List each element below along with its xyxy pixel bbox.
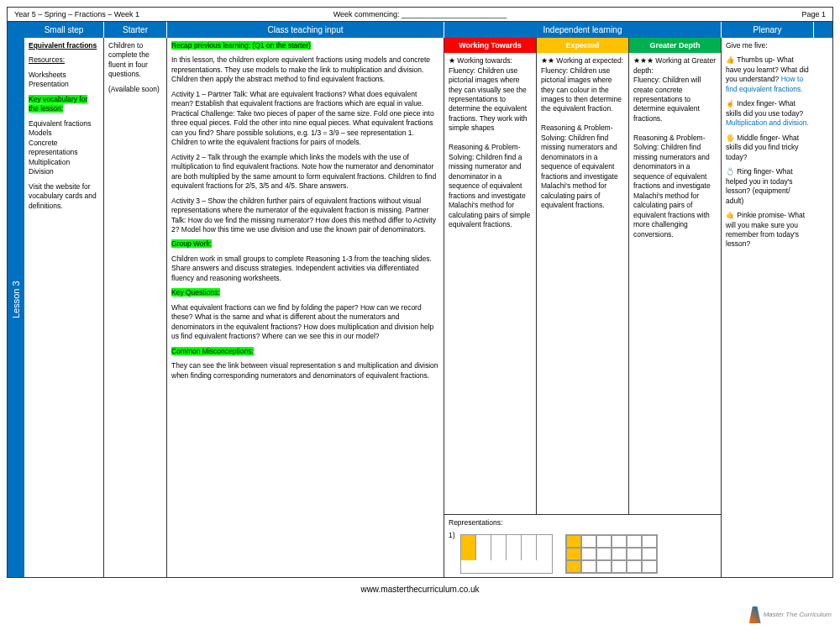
header-input: Class teaching input xyxy=(167,22,444,38)
representations-box: Representations: 1) xyxy=(444,514,721,577)
wt-text: ★ Working towards: Fluency: Children use… xyxy=(449,56,532,229)
plenary-cell: Give me five: 👍 Thumbs up- What have you… xyxy=(722,38,814,577)
plenary-index: ☝ Index finger- What skills did you use … xyxy=(726,99,803,117)
starter-cell: Children to complete the fluent in four … xyxy=(104,38,167,577)
week-commencing: Week commencing: _______________________… xyxy=(285,10,555,18)
header-independent: Independent learning xyxy=(444,22,722,38)
activity-1: Activity 1 – Partner Talk: What are equi… xyxy=(171,90,439,148)
bar-ninths xyxy=(565,534,658,574)
expected-col: Expected ★★ Working at expected: Fluency… xyxy=(537,38,629,514)
exp-header: Expected xyxy=(537,38,628,53)
activity-2: Activity 2 – Talk through the example wh… xyxy=(171,153,439,192)
differentiation-row: Working Towards ★ Working towards: Fluen… xyxy=(444,38,721,514)
plenary-middle: 🖐 Middle finger- What skills did you fin… xyxy=(726,134,810,162)
plenary-intro: Give me five: xyxy=(726,41,810,50)
footer-url: www.masterthecurriculum.co.uk xyxy=(0,585,840,594)
representations-label: Representations: xyxy=(449,518,717,528)
exp-text: ★★ Working at expected: Fluency: Childre… xyxy=(541,56,624,211)
activity-3: Activity 3 – Show the children further p… xyxy=(171,197,439,235)
course-info: Year 5 – Spring – Fractions – Week 1 xyxy=(14,10,285,18)
vocab-note: Visit the website for vocabulary cards a… xyxy=(29,182,99,211)
greater-depth-col: Greater Depth ★★★ Working at Greater dep… xyxy=(629,38,721,514)
step-title: Equivalent fractions xyxy=(29,41,99,50)
main-content: Lesson 3 Small step Starter Class teachi… xyxy=(8,22,832,577)
header-starter: Starter xyxy=(104,22,167,38)
content-row: Equivalent fractions Resources: Workshee… xyxy=(24,38,832,577)
group-work-text: Children work in small groups to complet… xyxy=(171,255,439,283)
working-towards-col: Working Towards ★ Working towards: Fluen… xyxy=(444,38,537,514)
misconceptions-label: Common Misconceptions: xyxy=(171,347,254,355)
logo-text: Master The Curriculum xyxy=(764,611,832,618)
starter-note: (Available soon) xyxy=(108,85,162,94)
misconceptions-text: They can see the link between visual rep… xyxy=(171,361,439,381)
resources-list: Worksheets Presentation xyxy=(29,71,99,90)
small-step-cell: Equivalent fractions Resources: Workshee… xyxy=(24,38,104,577)
fraction-bars xyxy=(460,534,658,574)
key-questions-text: What equivalent fractions can we find by… xyxy=(171,303,439,342)
header-step: Small step xyxy=(24,22,104,38)
page-number: Page 1 xyxy=(555,10,826,18)
key-questions-label: Key Questions: xyxy=(171,288,220,297)
rep-number: 1) xyxy=(449,531,455,540)
plenary-ring: 💍 Ring finger- What helped you in today'… xyxy=(726,167,810,206)
resources-label: Resources: xyxy=(29,55,99,65)
wt-header: Working Towards xyxy=(444,38,536,53)
teaching-input-cell: Recap previous learning: (Q1 on the star… xyxy=(167,38,444,577)
lesson-tab: Lesson 3 xyxy=(8,22,24,577)
lesson-plan-page: Year 5 – Spring – Fractions – Week 1 Wee… xyxy=(7,7,833,578)
gd-text: ★★★ Working at Greater depth: Fluency: C… xyxy=(633,56,717,239)
independent-cell: Working Towards ★ Working towards: Fluen… xyxy=(444,38,722,577)
header-plenary: Plenary xyxy=(722,22,814,38)
recap-label: Recap previous learning: (Q1 on the star… xyxy=(171,41,311,50)
brand-logo: Master The Curriculum xyxy=(749,606,832,623)
top-bar: Year 5 – Spring – Fractions – Week 1 Wee… xyxy=(8,8,832,22)
column-headers: Small step Starter Class teaching input … xyxy=(24,22,832,38)
group-work-label: Group Work: xyxy=(171,239,212,248)
vocab-label: Key vocabulary for the lesson: xyxy=(29,95,87,113)
bar-thirds xyxy=(460,534,553,574)
gd-header: Greater Depth xyxy=(629,38,721,53)
plan-grid: Small step Starter Class teaching input … xyxy=(24,22,832,577)
plenary-pinkie: 🤙 Pinkie promise- What will you make sur… xyxy=(726,211,810,249)
starter-text: Children to complete the fluent in four … xyxy=(108,41,162,80)
vocab-list: Equivalent fractions Models Concrete rep… xyxy=(29,119,99,177)
plenary-index-ans: Multiplication and division. xyxy=(726,118,809,127)
lesson-intro: In this lesson, the children explore equ… xyxy=(171,55,439,84)
